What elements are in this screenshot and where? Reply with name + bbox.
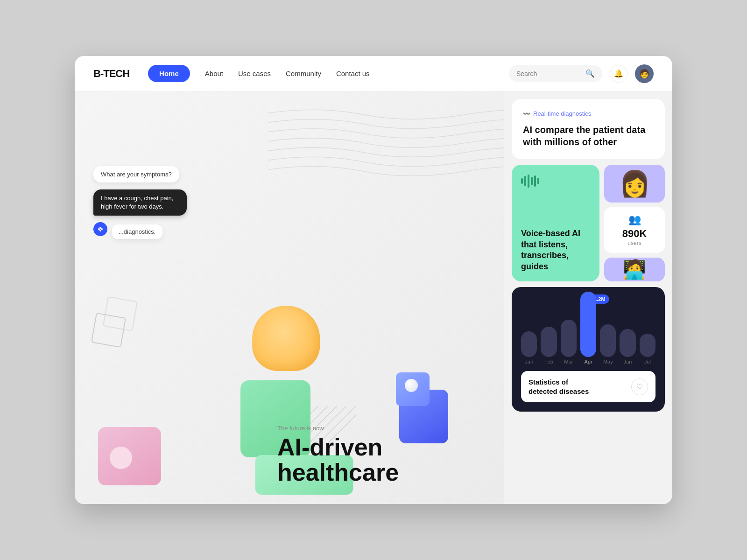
hero-text-block: The future is now AI-driven healthcare <box>277 425 399 485</box>
voice-card: Voice-based AI that listens, transcribes… <box>512 165 599 281</box>
chart-bar[interactable] <box>620 329 635 357</box>
waveform-icon <box>521 174 590 188</box>
chart-bar[interactable] <box>561 320 577 357</box>
chart-month-label: Jan <box>525 359 533 364</box>
chart-bar[interactable] <box>640 334 655 357</box>
chat-bot-avatar <box>93 222 107 236</box>
wave-bar-2 <box>524 176 526 186</box>
chart-bar[interactable] <box>580 292 596 357</box>
navbar: B-TECH Home About Use cases Community Co… <box>75 56 672 91</box>
chat-answer-bubble: I have a cough, chest pain, high fever f… <box>93 189 187 216</box>
wave-bar-6 <box>537 178 539 184</box>
diagnostics-title: AI compare the patient data with million… <box>523 124 654 148</box>
svg-point-9 <box>99 230 101 231</box>
search-icon: 🔍 <box>585 69 595 78</box>
svg-point-7 <box>101 228 103 230</box>
search-input[interactable] <box>516 70 582 77</box>
yellow-blob-decoration <box>252 306 320 371</box>
wave-bar-4 <box>531 177 533 185</box>
users-count-card: 👥 890K users <box>604 207 665 253</box>
chart-bar-wrap: Jun <box>620 329 635 364</box>
user-avatar[interactable]: 🧑 <box>635 64 654 83</box>
avatar-top-card: 👩 <box>604 165 665 203</box>
search-bar[interactable]: 🔍 <box>509 65 602 82</box>
chart-bar-wrap: Jul <box>640 334 655 364</box>
white-sphere-decoration <box>405 379 418 392</box>
users-count-value: 890K <box>622 228 647 240</box>
avatar-bottom-card: 🧑‍💻 <box>604 258 665 281</box>
nav-home-button[interactable]: Home <box>148 65 190 82</box>
chart-month-label: Feb <box>544 359 553 364</box>
hero-section: What are your symptoms? I have a cough, … <box>75 91 504 504</box>
nav-right: 🔍 🔔 🧑 <box>509 64 654 83</box>
wavy-lines-decoration <box>268 96 504 189</box>
chart-bar[interactable] <box>541 327 557 357</box>
svg-point-6 <box>98 228 100 230</box>
diagnostics-tag: 〰️ Real-time diagnostics <box>523 110 654 117</box>
avatar-3d-top: 👩 <box>619 171 650 196</box>
chart-bar-wrap: Mar <box>561 320 577 364</box>
chart-month-label: May <box>603 359 613 364</box>
right-col: 👩 👥 890K users 🧑‍💻 <box>604 165 665 281</box>
pink-shape-decoration <box>98 427 161 485</box>
avatar-icon: 🧑 <box>639 69 649 79</box>
chart-bar[interactable] <box>600 324 616 357</box>
cards-row: Voice-based AI that listens, transcribes… <box>512 165 665 281</box>
avatar-3d-bottom: 🧑‍💻 <box>623 260 646 279</box>
nav-community-link[interactable]: Community <box>286 70 321 77</box>
wave-bar-3 <box>528 175 529 188</box>
chart-bar-wrap: Apr <box>580 292 596 364</box>
nav-use-cases-link[interactable]: Use cases <box>238 70 271 77</box>
wireframe-cube2-decoration <box>103 296 138 331</box>
right-panel: 〰️ Real-time diagnostics AI compare the … <box>504 91 672 504</box>
chart-bar-wrap: Jan <box>521 331 537 364</box>
chart-bottom-title-line1: Statistics of <box>529 378 589 387</box>
chart-card: 📍 1.2M JanFebMarAprMayJunJul Statistics … <box>512 287 665 412</box>
bell-icon: 🔔 <box>614 69 623 78</box>
chart-bar[interactable] <box>521 331 537 357</box>
main-content: What are your symptoms? I have a cough, … <box>75 91 672 504</box>
pink-hole-decoration <box>110 447 132 469</box>
chart-month-label: Mar <box>564 359 573 364</box>
notification-bell-button[interactable]: 🔔 <box>610 65 627 83</box>
hero-tagline: The future is now <box>277 425 399 432</box>
hero-title: AI-driven healthcare <box>277 434 399 485</box>
wave-icon: 〰️ <box>523 110 530 117</box>
chart-month-label: Jun <box>624 359 632 364</box>
heart-favorite-button[interactable]: ♡ <box>631 378 648 395</box>
chart-bottom-info: Statistics of detected diseases ♡ <box>521 371 655 402</box>
nav-about-link[interactable]: About <box>205 70 223 77</box>
chart-bars-area: JanFebMarAprMayJunJul <box>521 296 655 366</box>
chart-month-label: Jul <box>644 359 651 364</box>
nav-contact-link[interactable]: Contact us <box>336 70 370 77</box>
chart-bottom-text: Statistics of detected diseases <box>529 378 589 396</box>
chat-question-bubble: What are your symptoms? <box>93 166 179 182</box>
voice-card-title: Voice-based AI that listens, transcribes… <box>521 228 590 272</box>
brand-logo: B-TECH <box>93 68 129 80</box>
wave-bar-1 <box>521 178 523 184</box>
chart-bar-wrap: Feb <box>541 327 557 364</box>
users-label: users <box>627 240 641 246</box>
svg-point-8 <box>99 227 101 229</box>
browser-window: B-TECH Home About Use cases Community Co… <box>75 56 672 504</box>
chart-bottom-title-line2: detected diseases <box>529 387 589 396</box>
wave-bar-5 <box>534 175 536 187</box>
chart-month-label: Apr <box>584 359 592 364</box>
chart-bar-wrap: May <box>600 324 616 364</box>
users-icon: 👥 <box>628 214 641 226</box>
chat-typing-indicator: ...diagnostics. <box>112 224 162 239</box>
diagnostics-card: 〰️ Real-time diagnostics AI compare the … <box>512 99 665 159</box>
